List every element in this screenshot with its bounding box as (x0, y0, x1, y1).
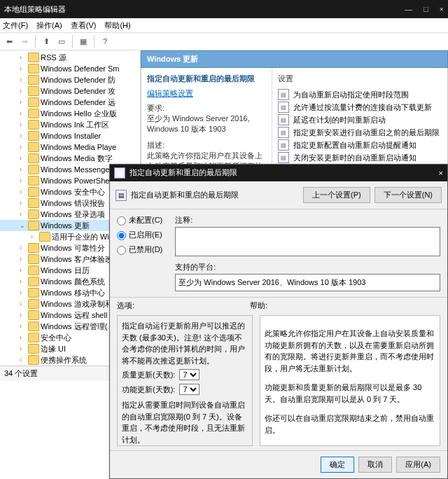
policy-icon: ▤ (114, 167, 125, 179)
policy-item-icon: ▤ (278, 89, 289, 100)
settings-list-item[interactable]: ▤允许通过按流量计费的连接自动下载更新 (278, 101, 442, 113)
folder-icon (28, 277, 39, 286)
folder-icon (28, 64, 39, 74)
chevron-right-icon: › (20, 76, 27, 83)
options-intro: 指定自动运行更新前用户可以推迟的天数 (最多30天)。注意! 这个选项不会考虑你… (122, 320, 248, 366)
tree-item[interactable]: ›Windows Hello 企业版 (0, 108, 140, 119)
folder-icon (28, 355, 39, 365)
tree-item[interactable]: ›Windows Media 数字 (0, 153, 140, 164)
help-p4: 如果禁用或未配置此策略，设备将获取更新并按照默认计划重启。 (265, 443, 435, 446)
tree-item[interactable]: ›Windows Installer (0, 130, 140, 141)
chevron-right-icon: › (20, 300, 27, 307)
help-p1: 此策略允许你指定用户在其设备上自动安装质量和功能更新所拥有的天数，以及在需要重新… (265, 328, 435, 374)
help-panel[interactable]: 此策略允许你指定用户在其设备上自动安装质量和功能更新所拥有的天数，以及在需要重新… (260, 315, 440, 446)
folder-icon (28, 254, 39, 264)
help-p3: 你还可以在自动重启宽限期结束之前，禁用自动重启。 (265, 412, 435, 436)
tree-item[interactable]: ›Windows Media Playe (0, 141, 140, 153)
settings-list-item[interactable]: ▤延迟在计划的时间重新启动 (278, 113, 442, 126)
settings-item-label: 延迟在计划的时间重新启动 (293, 115, 386, 125)
apply-button[interactable]: 应用(A) (396, 457, 440, 473)
settings-item-label: 允许通过按流量计费的连接自动下载更新 (293, 102, 432, 113)
comment-textbox[interactable] (175, 227, 440, 256)
tree-item-label: Windows Defender Sm (41, 64, 120, 73)
menu-action[interactable]: 操作(A) (36, 20, 62, 31)
dialog-title: 指定自动更新和重启的最后期限 (130, 168, 237, 176)
help-icon[interactable]: ? (99, 35, 111, 48)
tree-item-label: RSS 源 (41, 53, 66, 63)
forward-icon[interactable]: ➡ (18, 35, 31, 48)
settings-list-item[interactable]: ▤指定更新安装进行自动重启之前的最后期限 (278, 126, 442, 139)
chevron-right-icon: › (20, 244, 27, 251)
tree-item-label: Windows Media 数字 (41, 153, 113, 164)
back-icon[interactable]: ⬅ (3, 35, 15, 48)
close-button[interactable]: × (440, 5, 444, 13)
menu-view[interactable]: 查看(V) (71, 20, 97, 31)
tree-item-label: Windows Ink 工作区 (41, 120, 109, 130)
tree-item-label: 适用于企业的 Wi (52, 232, 109, 242)
folder-icon (28, 165, 39, 174)
feature-days-label: 功能更新(天数): (122, 384, 175, 396)
policy-dialog: ▤指定自动更新和重启的最后期限 × ▤指定自动更新和重启的最后期限 上一个设置(… (109, 164, 448, 479)
maximize-button[interactable]: □ (424, 5, 428, 13)
filter-icon[interactable]: ▦ (77, 35, 90, 48)
settings-list-item[interactable]: ▤为自动重新启动指定使用时段范围 (278, 88, 442, 101)
tree-item[interactable]: ›Windows Defender 防 (0, 74, 140, 85)
folder-icon (28, 310, 39, 320)
chevron-right-icon: › (20, 65, 27, 72)
folder-icon (28, 142, 39, 152)
chevron-right-icon: › (20, 211, 27, 218)
settings-list-item[interactable]: ▤关闭安装更新时的自动重新启动通知 (278, 151, 442, 164)
grace-intro: 指定从需要重启时间到设备自动重启的自动重启宽限期(0 到 7 天)。设备重启，不… (122, 399, 248, 445)
chevron-right-icon: › (20, 312, 27, 319)
minimize-button[interactable]: — (405, 5, 412, 13)
folder-icon (28, 209, 39, 219)
settings-item-label: 关闭安装更新时的自动重新启动通知 (293, 153, 416, 163)
prev-setting-button[interactable]: 上一个设置(P) (303, 187, 370, 203)
tree-item-label: 安全中心 (41, 333, 71, 343)
show-hide-icon[interactable]: ▭ (55, 35, 68, 48)
chevron-right-icon: › (20, 155, 27, 162)
settings-column-header: 设置 (278, 74, 442, 84)
tree-item-label: 便携操作系统 (41, 355, 87, 366)
radio-disabled[interactable]: 已禁用(D) (117, 244, 162, 255)
radio-not-configured[interactable]: 未配置(C) (117, 215, 162, 225)
tree-item[interactable]: ›Windows Defender 攻 (0, 85, 140, 97)
chevron-right-icon: › (20, 278, 27, 285)
tree-item[interactable]: ›Windows Defender 远 (0, 97, 140, 108)
settings-list-item[interactable]: ▤指定更新配置自动重新启动提醒通知 (278, 139, 442, 151)
ok-button[interactable]: 确定 (321, 457, 354, 473)
tree-item-label: Windows 更新 (41, 221, 90, 231)
menu-help[interactable]: 帮助(H) (104, 20, 130, 31)
tree-item-label: 边缘 UI (41, 344, 66, 354)
tree-item[interactable]: ›Windows Ink 工作区 (0, 119, 140, 130)
comment-label: 注释: (175, 215, 440, 225)
chevron-right-icon: ⌄ (20, 222, 27, 229)
policy-item-icon: ▤ (278, 127, 289, 138)
platform-label: 支持的平台: (175, 262, 440, 272)
radio-enabled[interactable]: 已启用(E) (117, 230, 162, 240)
chevron-right-icon: › (20, 200, 27, 207)
settings-item-label: 指定更新配置自动重新启动提醒通知 (293, 140, 416, 151)
chevron-right-icon: › (20, 256, 27, 263)
folder-icon (28, 75, 39, 85)
folder-icon (39, 232, 50, 242)
next-setting-button[interactable]: 下一个设置(N) (374, 187, 442, 203)
tree-item[interactable]: ›RSS 源 (0, 52, 140, 63)
feature-days-select[interactable]: 7 (179, 384, 200, 395)
cancel-button[interactable]: 取消 (358, 457, 392, 473)
tree-item[interactable]: ›Windows Defender Sm (0, 63, 140, 74)
settings-item-label: 为自动重新启动指定使用时段范围 (293, 90, 409, 100)
dialog-titlebar[interactable]: ▤指定自动更新和重启的最后期限 × (110, 165, 447, 181)
edit-policy-link[interactable]: 编辑策略设置 (147, 88, 266, 99)
window-title: 本地组策略编辑器 (4, 4, 66, 15)
up-icon[interactable]: ⬆ (40, 35, 52, 48)
tree-item-label: Windows 登录选项 (41, 209, 105, 220)
chevron-right-icon: › (20, 334, 27, 341)
dialog-close-button[interactable]: × (439, 169, 443, 177)
chevron-right-icon: › (20, 132, 27, 139)
options-label: 选项: (117, 300, 243, 311)
quality-days-select[interactable]: 7 (179, 369, 200, 380)
dialog-heading: 指定自动更新和重启的最后期限 (131, 190, 239, 199)
menu-file[interactable]: 文件(F) (3, 20, 28, 31)
window-titlebar[interactable]: 本地组策略编辑器 — □ × (0, 0, 448, 18)
